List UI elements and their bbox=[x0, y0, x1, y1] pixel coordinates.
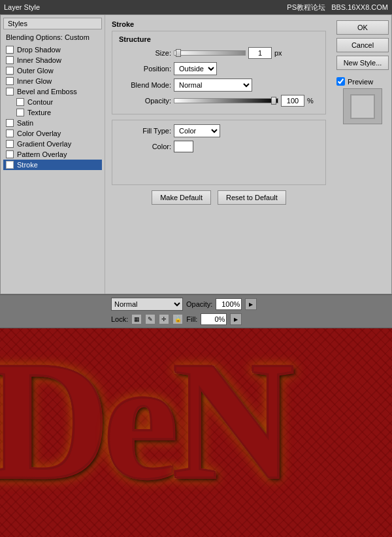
blend-mode-row: Blend Mode: Normal Multiply Screen Overl… bbox=[119, 78, 319, 92]
dialog-title: Layer Style bbox=[4, 3, 40, 11]
outer-glow-checkbox[interactable] bbox=[6, 67, 14, 75]
contour-checkbox[interactable] bbox=[16, 98, 24, 106]
size-label: Size: bbox=[119, 49, 171, 57]
inner-glow-label: Inner Glow bbox=[17, 77, 52, 85]
size-slider-thumb[interactable] bbox=[176, 49, 181, 57]
lock-label: Lock: bbox=[111, 315, 128, 323]
structure-section: Structure Size: 1 px Position: Outside I… bbox=[112, 31, 326, 114]
styles-label[interactable]: Styles bbox=[3, 18, 102, 29]
sidebar-item-inner-shadow[interactable]: Inner Shadow bbox=[3, 55, 102, 65]
pattern-overlay-checkbox[interactable] bbox=[6, 150, 14, 158]
position-select[interactable]: Outside Inside Center bbox=[174, 62, 217, 75]
structure-title: Structure bbox=[119, 35, 319, 43]
color-swatch[interactable] bbox=[174, 141, 193, 152]
fill-type-select[interactable]: Color Gradient Pattern bbox=[174, 124, 220, 137]
sidebar-item-gradient-overlay[interactable]: Gradient Overlay bbox=[3, 139, 102, 149]
bevel-emboss-checkbox[interactable] bbox=[6, 88, 14, 95]
fill-toolbar-input[interactable] bbox=[201, 313, 227, 325]
size-unit: px bbox=[274, 49, 282, 57]
toolbar-top-row: Normal Opacity: ▶ bbox=[111, 298, 257, 311]
outer-glow-label: Outer Glow bbox=[17, 67, 54, 75]
preview-box bbox=[343, 88, 382, 124]
sidebar-item-satin[interactable]: Satin bbox=[3, 118, 102, 128]
lock-brush-icon[interactable]: ✎ bbox=[145, 314, 155, 324]
stroke-checkbox[interactable]: ✓ bbox=[6, 161, 14, 169]
sidebar-item-bevel-emboss[interactable]: Bevel and Emboss bbox=[3, 86, 102, 97]
inner-shadow-checkbox[interactable] bbox=[6, 56, 14, 64]
stroke-label: Stroke bbox=[17, 161, 38, 169]
fill-type-label: Fill Type: bbox=[119, 127, 171, 135]
size-row: Size: 1 px bbox=[119, 47, 319, 59]
opacity-input[interactable]: 100 bbox=[281, 95, 304, 107]
fill-type-row: Fill Type: Color Gradient Pattern bbox=[119, 124, 319, 137]
inner-glow-checkbox[interactable] bbox=[6, 77, 14, 85]
position-label: Position: bbox=[119, 65, 171, 73]
size-input[interactable]: 1 bbox=[248, 47, 272, 59]
lock-move-icon[interactable]: ✛ bbox=[159, 314, 169, 324]
sidebar-item-drop-shadow[interactable]: Drop Shadow bbox=[3, 44, 102, 55]
letter-n: N bbox=[172, 335, 288, 505]
gradient-overlay-checkbox[interactable] bbox=[6, 140, 14, 148]
sidebar-item-outer-glow[interactable]: Outer Glow bbox=[3, 65, 102, 76]
stroke-options-panel: Stroke Structure Size: 1 px Position: Ou… bbox=[105, 15, 333, 294]
sidebar-item-texture[interactable]: Texture bbox=[3, 107, 102, 118]
ok-button[interactable]: OK bbox=[336, 20, 389, 35]
sidebar-item-color-overlay[interactable]: Color Overlay bbox=[3, 128, 102, 139]
sidebar-item-inner-glow[interactable]: Inner Glow bbox=[3, 76, 102, 86]
bevel-emboss-label: Bevel and Emboss bbox=[17, 88, 77, 95]
color-row: Color: bbox=[119, 141, 319, 152]
make-default-button[interactable]: Make Default bbox=[152, 190, 211, 205]
cancel-button[interactable]: Cancel bbox=[336, 38, 389, 52]
opacity-unit: % bbox=[307, 97, 314, 105]
color-label: Color: bbox=[119, 143, 171, 150]
preview-area: Preview bbox=[336, 77, 387, 124]
sidebar-item-stroke[interactable]: ✓ Stroke bbox=[3, 160, 102, 170]
toolbar-strip: Normal Opacity: ▶ Lock: ▦ ✎ ✛ 🔒 Fill: ▶ bbox=[0, 294, 392, 328]
blending-options[interactable]: Blending Options: Custom bbox=[3, 32, 102, 43]
lock-checkerboard-icon[interactable]: ▦ bbox=[131, 314, 142, 324]
size-slider-track[interactable] bbox=[174, 50, 246, 56]
satin-label: Satin bbox=[17, 119, 33, 127]
preview-inner bbox=[350, 94, 375, 119]
opacity-row: Opacity: 100 % bbox=[119, 95, 319, 107]
letter-d: D bbox=[0, 335, 103, 505]
drop-shadow-label: Drop Shadow bbox=[17, 46, 61, 54]
opacity-toolbar-input[interactable] bbox=[216, 298, 242, 310]
checkmark-icon: ✓ bbox=[7, 162, 12, 169]
satin-checkbox[interactable] bbox=[6, 119, 14, 127]
layer-style-dialog: Styles Blending Options: Custom Drop Sha… bbox=[0, 14, 392, 294]
reset-to-default-button[interactable]: Reset to Default bbox=[218, 190, 286, 205]
sidebar-item-contour[interactable]: Contour bbox=[3, 97, 102, 107]
preview-text: Preview bbox=[348, 78, 373, 86]
opacity-toolbar-label: Opacity: bbox=[186, 300, 212, 308]
pattern-overlay-label: Pattern Overlay bbox=[17, 150, 67, 158]
fill-type-section: Fill Type: Color Gradient Pattern Color: bbox=[112, 120, 326, 185]
drop-shadow-checkbox[interactable] bbox=[6, 46, 14, 54]
opacity-arrow-icon[interactable]: ▶ bbox=[245, 298, 257, 310]
color-overlay-label: Color Overlay bbox=[17, 130, 61, 137]
blend-mode-label: Blend Mode: bbox=[119, 81, 171, 89]
fill-arrow-icon[interactable]: ▶ bbox=[230, 313, 242, 325]
title-bar: Layer Style PS教程论坛 BBS.16XX8.COM bbox=[0, 0, 392, 14]
left-panel: Styles Blending Options: Custom Drop Sha… bbox=[1, 15, 105, 294]
canvas-area: DeN bbox=[0, 328, 392, 537]
toolbar-blend-mode-select[interactable]: Normal bbox=[111, 298, 183, 311]
lock-all-icon[interactable]: 🔒 bbox=[172, 314, 183, 324]
texture-label: Texture bbox=[27, 109, 51, 116]
preview-checkbox[interactable] bbox=[336, 77, 345, 86]
contour-label: Contour bbox=[27, 98, 53, 106]
sidebar-item-pattern-overlay[interactable]: Pattern Overlay bbox=[3, 149, 102, 160]
stroke-section-title: Stroke bbox=[112, 20, 326, 28]
toolbar-bottom-row: Lock: ▦ ✎ ✛ 🔒 Fill: ▶ bbox=[111, 313, 257, 325]
color-overlay-checkbox[interactable] bbox=[6, 130, 14, 137]
inner-shadow-label: Inner Shadow bbox=[17, 56, 61, 64]
gradient-overlay-label: Gradient Overlay bbox=[17, 140, 71, 148]
blend-mode-select[interactable]: Normal Multiply Screen Overlay bbox=[174, 78, 252, 92]
opacity-slider-track[interactable] bbox=[174, 98, 278, 103]
opacity-slider-thumb[interactable] bbox=[271, 97, 276, 105]
texture-checkbox[interactable] bbox=[16, 109, 24, 116]
letter-e: e bbox=[103, 335, 172, 505]
site-watermark: PS教程论坛 BBS.16XX8.COM bbox=[287, 3, 388, 12]
toolbar-rows: Normal Opacity: ▶ Lock: ▦ ✎ ✛ 🔒 Fill: ▶ bbox=[111, 298, 257, 325]
new-style-button[interactable]: New Style... bbox=[336, 56, 389, 70]
